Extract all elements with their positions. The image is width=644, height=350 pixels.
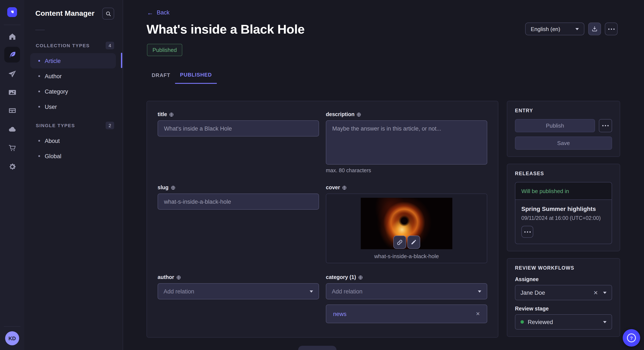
cover-preview-card: what-s-inside-a-black-hole xyxy=(326,193,487,263)
locale-select[interactable]: English (en) xyxy=(525,22,584,35)
home-icon xyxy=(8,32,16,41)
review-workflows-panel: REVIEW WORKFLOWS Assignee Jane Doe ✕ Rev… xyxy=(507,258,620,337)
title-field-label: title xyxy=(158,111,167,117)
rail-item-deploy[interactable] xyxy=(4,66,20,82)
review-panel-title: REVIEW WORKFLOWS xyxy=(515,265,612,270)
edit-form-card: title What's inside a Black Hole descrip… xyxy=(146,101,498,338)
download-button[interactable] xyxy=(588,22,601,35)
rail-divider-bottom xyxy=(4,326,20,327)
sidebar-item-user[interactable]: User xyxy=(30,99,116,114)
rail-divider-top xyxy=(4,25,20,25)
description-hint: max. 80 characters xyxy=(326,168,487,174)
main-nav-rail: KD xyxy=(0,0,25,350)
section-label: COLLECTION TYPES xyxy=(36,43,90,48)
remove-relation-button[interactable]: ✕ xyxy=(476,311,480,317)
rail-item-content-type-builder[interactable] xyxy=(4,103,20,118)
bullet-icon xyxy=(38,91,40,92)
releases-panel-title: RELEASES xyxy=(515,171,612,176)
sidebar-item-label: Article xyxy=(45,58,61,64)
sidebar-item-label: Author xyxy=(45,73,62,79)
slug-field-label: slug xyxy=(158,184,168,190)
sidebar-item-about[interactable]: About xyxy=(30,133,116,149)
assignee-value: Jane Doe xyxy=(520,289,593,296)
cover-filename: what-s-inside-a-black-hole xyxy=(326,253,487,259)
save-button[interactable]: Save xyxy=(515,137,612,150)
cart-icon xyxy=(8,144,16,152)
title-input[interactable]: What's inside a Black Hole xyxy=(158,120,319,137)
cover-field-label: cover xyxy=(326,184,340,190)
relation-link-news[interactable]: news xyxy=(333,311,346,317)
assignee-combobox[interactable]: Jane Doe ✕ xyxy=(515,285,612,300)
bullet-icon xyxy=(38,155,40,157)
layout-icon xyxy=(8,106,16,115)
feather-icon xyxy=(8,50,16,59)
sidebar-item-label: User xyxy=(45,104,57,110)
rail-item-media-library[interactable] xyxy=(4,84,20,100)
sidebar-divider xyxy=(35,30,45,30)
bottom-partial-button[interactable] xyxy=(298,346,336,350)
description-field-label: description xyxy=(326,111,354,117)
chevron-down-icon xyxy=(478,290,481,292)
more-options-icon xyxy=(527,231,528,232)
sidebar-item-article[interactable]: Article xyxy=(30,53,116,68)
strapi-logo[interactable] xyxy=(7,7,17,17)
app-window: KD Content Manager COLLECTION TYPES 4 Ar… xyxy=(0,0,644,350)
author-placeholder: Add relation xyxy=(164,288,194,295)
rail-item-home[interactable] xyxy=(4,28,20,44)
field-cover: cover what-s-inside xyxy=(326,184,487,263)
sidebar-item-global[interactable]: Global xyxy=(30,149,116,164)
description-textarea[interactable]: Maybe the answer is in this article, or … xyxy=(326,120,487,165)
entry-more-button[interactable] xyxy=(599,119,612,132)
more-options-button[interactable] xyxy=(605,22,618,35)
globe-icon xyxy=(342,185,347,190)
tab-draft[interactable]: DRAFT xyxy=(147,67,175,84)
publish-button[interactable]: Publish xyxy=(515,119,595,132)
chevron-down-icon xyxy=(576,28,579,30)
page-title: What's inside a Black Hole xyxy=(146,22,304,37)
gear-icon xyxy=(8,162,16,171)
sidebar-item-author[interactable]: Author xyxy=(30,68,116,84)
review-stage-value: Reviewed xyxy=(528,319,603,325)
back-link[interactable]: ← Back xyxy=(147,9,170,16)
rail-item-cloud[interactable] xyxy=(4,121,20,137)
tab-published[interactable]: PUBLISHED xyxy=(175,67,217,84)
rail-item-marketplace[interactable] xyxy=(4,140,20,156)
field-title: title What's inside a Black Hole xyxy=(158,111,319,174)
rail-item-settings[interactable] xyxy=(4,159,20,174)
rail-item-content-manager[interactable] xyxy=(4,47,20,62)
category-relation-item: news ✕ xyxy=(326,305,487,323)
bullet-icon xyxy=(38,106,40,108)
arrow-left-icon: ← xyxy=(147,9,153,16)
release-date: 09/11/2024 at 16:00 (UTC+02:00) xyxy=(521,215,606,221)
sidebar-item-category[interactable]: Category xyxy=(30,84,116,99)
search-button[interactable] xyxy=(102,8,114,19)
globe-icon xyxy=(358,275,363,280)
section-single-types: SINGLE TYPES 2 xyxy=(36,121,114,130)
release-more-button[interactable] xyxy=(521,226,533,238)
slug-input[interactable]: what-s-inside-a-black-hole xyxy=(158,193,319,210)
edit-image-button[interactable] xyxy=(407,236,420,249)
review-stage-combobox[interactable]: Reviewed xyxy=(515,314,612,330)
field-category: category (1) Add relation news ✕ xyxy=(326,274,487,323)
sidebar-item-label: Category xyxy=(45,88,68,95)
bullet-icon xyxy=(38,140,40,142)
category-relation-select[interactable]: Add relation xyxy=(326,283,487,299)
user-avatar[interactable]: KD xyxy=(5,331,19,345)
globe-icon xyxy=(169,112,174,117)
field-author: author Add relation xyxy=(158,274,319,323)
bullet-icon xyxy=(38,75,40,77)
help-button[interactable]: ? xyxy=(623,329,640,347)
review-stage-label: Review stage xyxy=(515,306,612,312)
bullet-icon xyxy=(38,60,40,62)
globe-icon xyxy=(357,112,362,117)
globe-icon xyxy=(170,185,175,190)
media-icon xyxy=(8,88,16,96)
chevron-down-icon xyxy=(310,290,313,292)
author-relation-select[interactable]: Add relation xyxy=(158,283,319,299)
release-card: Will be published in Spring Summer highl… xyxy=(515,182,612,244)
clear-assignee-button[interactable]: ✕ xyxy=(593,289,598,296)
copy-link-button[interactable] xyxy=(393,236,406,249)
stage-status-dot xyxy=(520,320,524,324)
sidebar-title: Content Manager xyxy=(35,9,94,18)
section-count-badge: 2 xyxy=(106,122,114,129)
